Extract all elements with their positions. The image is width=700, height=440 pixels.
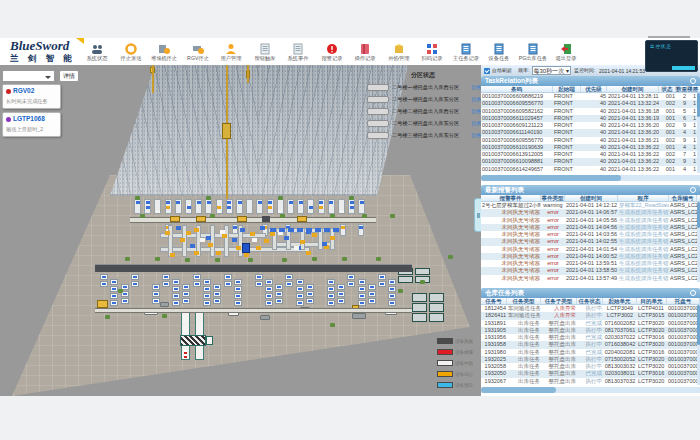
table-row[interactable]: 1931956出库任务整托盘出库已完成0203037022LCTP3016001…	[481, 334, 700, 341]
table-settings-icon[interactable]	[690, 290, 696, 296]
horizontal-scrollbar[interactable]	[481, 387, 700, 393]
table-row[interactable]: 1931958出库任务整托盘出库执行中0716038042LCTP3020001…	[481, 341, 700, 348]
table-row[interactable]: 1932050出库任务整托盘出库已完成0203038011LCTP3016001…	[481, 370, 700, 377]
device-filter-select[interactable]	[2, 70, 55, 82]
scene-object	[333, 228, 339, 232]
table-row[interactable]: 未回执无号堵塞error2021-04-01 13:59:51生成系统调库任务错…	[481, 260, 700, 267]
frequency-select[interactable]: 每30秒一次 ▾	[532, 66, 571, 75]
zone-toggle-button[interactable]	[367, 120, 389, 127]
table-row[interactable]: 未回执无号堵塞error2021-04-01 14:04:56生成系统调库任务错…	[481, 224, 700, 231]
zone-switch-link[interactable]: 切换	[471, 95, 481, 103]
scene-object	[184, 300, 188, 302]
panel-collapse-tab[interactable]	[474, 198, 481, 232]
scene-object	[152, 65, 154, 93]
table-row[interactable]: 未回执无号堵塞error2021-04-01 14:03:56生成系统调库任务错…	[481, 231, 700, 238]
scene-object	[277, 293, 281, 295]
horizontal-scrollbar[interactable]	[481, 175, 700, 181]
auto-refresh-checkbox[interactable]	[484, 68, 490, 74]
table-row[interactable]: 1931980出库任务整托盘出库已完成0204002081LCTP3016001…	[481, 349, 700, 356]
table-row[interactable]: 未回执无号堵塞error2021-04-01 14:06:57生成系统调库任务错…	[481, 209, 700, 216]
scene-object	[298, 288, 302, 290]
scene-object	[349, 196, 354, 200]
toolbar-item-stop-dispatch[interactable]: 停止派送	[114, 41, 148, 63]
table-row[interactable]: 00100370006611140190FRONT402021-04-01 13…	[481, 129, 700, 136]
scene-object	[102, 283, 106, 285]
toolbar-item-user-management[interactable]: 用户管理	[214, 41, 248, 63]
table-row[interactable]: 未回执无号堵塞error2021-04-01 14:05:56生成系统调库任务错…	[481, 217, 700, 224]
mini-window-handle[interactable]	[648, 36, 690, 38]
scene-object	[350, 206, 354, 209]
zone-switch-link[interactable]: 切换	[471, 107, 481, 115]
frequency-label: 频率:	[518, 67, 529, 73]
table-row[interactable]: 1931905出库任务整托盘出库执行中0817037061LCTP3020001…	[481, 327, 700, 334]
toolbar-item-button-trigger[interactable]: 按钮触发	[248, 41, 282, 63]
mini-window-button[interactable]	[672, 66, 695, 70]
toolbar-item-alarm-records[interactable]: 报警记录	[315, 41, 349, 63]
table-row[interactable]: 00100370006610098881FRONT402021-04-01 13…	[481, 158, 700, 165]
alert-card-lgtp1068[interactable]: LGTP1068输送上货超时_2	[2, 112, 61, 137]
table-row[interactable]: 00100370006609582162FRONT402021-04-01 13…	[481, 108, 700, 115]
toolbar-item-rgv-stop[interactable]: RGV停止	[181, 41, 215, 63]
scene-object	[329, 295, 333, 297]
scene-object	[429, 303, 444, 312]
device-tasks-icon	[493, 41, 505, 53]
device-status-legend: 设备离线设备故障设备空闲设备运行设备锁定	[437, 335, 481, 390]
scene-object	[349, 276, 353, 278]
warehouse-3d-viewport[interactable]: 设备离线设备故障设备空闲设备运行设备锁定 分区状态 二号楼一楼托盘出入库西分区切…	[0, 65, 481, 396]
zone-switch-link[interactable]: 切换	[471, 131, 481, 139]
scene-object	[282, 258, 287, 262]
table-row[interactable]: 1931891出库任务整托盘出库已完成0716002082LCTP3020001…	[481, 320, 700, 327]
table-row[interactable]: 未回执无号堵塞error2021-04-01 14:01:54生成系统调库任务错…	[481, 246, 700, 253]
table-row[interactable]: 00100370006611029457FRONT402021-04-01 13…	[481, 115, 700, 122]
scene-object	[154, 300, 158, 302]
toolbar-item-logout[interactable]: 退出登录	[549, 41, 583, 63]
table-row[interactable]: 1932058出库任务整托盘出库执行中0813003032LCTP3020001…	[481, 363, 700, 370]
toolbar-item-main-task-records[interactable]: 主任务记录	[449, 41, 483, 63]
zone-toggle-button[interactable]	[367, 132, 389, 139]
toolbar-item-system-events[interactable]: 系统事件	[281, 41, 315, 63]
scrollbar-thumb[interactable]	[481, 387, 556, 393]
toolbar-item-scan-records[interactable]: 扫码记录	[415, 41, 449, 63]
table-row[interactable]: 00100370006609556770FRONT402021-04-01 13…	[481, 100, 700, 107]
logo-text-cn: 兰 剑 智 能	[10, 53, 90, 63]
table-title: TaskRelation列表	[481, 76, 700, 86]
zone-toggle-button[interactable]	[367, 108, 389, 115]
scene-object	[236, 281, 240, 283]
table-row[interactable]: 1932067出库任务整托盘出库执行中0813037032LCTP3020001…	[481, 378, 700, 385]
zone-switch-link[interactable]: 切换	[471, 119, 481, 127]
main-conveyor-line	[95, 264, 412, 272]
monitor-time-label: 监控时间:	[574, 67, 595, 73]
toolbar-item-operation-records[interactable]: 操作记录	[348, 41, 382, 63]
table-row[interactable]: 未回执无号堵塞error2021-04-01 14:02:55生成系统调库任务错…	[481, 238, 700, 245]
table-settings-icon[interactable]	[690, 78, 696, 84]
zone-switch-link[interactable]: 切换	[471, 83, 481, 91]
alert-card-rgv02[interactable]: RGV02长时间未完成任务	[2, 84, 61, 109]
table-row[interactable]: 00100370006609121123FRONT402021-04-01 13…	[481, 122, 700, 129]
table-row[interactable]: 00100370006614249657FRONT402021-04-01 13…	[481, 166, 700, 173]
scene-object	[294, 246, 299, 250]
mini-status-window[interactable]: 监控状态	[645, 40, 698, 72]
table-row[interactable]: 1932025出库任务整托盘出库执行中0715002052LCTP3020001…	[481, 356, 700, 363]
zone-toggle-button[interactable]	[367, 84, 389, 91]
zone-toggle-button[interactable]	[367, 96, 389, 103]
scene-object	[277, 300, 281, 302]
toolbar-item-stacker-stop[interactable]: 堆垛机停止	[147, 41, 181, 63]
table-settings-icon[interactable]	[690, 187, 696, 193]
table-row[interactable]: 00100370006613912005FRONT402021-04-01 13…	[481, 151, 700, 158]
device-icon	[6, 117, 11, 122]
scrollbar-thumb[interactable]	[481, 175, 621, 181]
table-row[interactable]: 未回执无号堵塞error2021-04-01 14:00:52生成系统调库任务错…	[481, 253, 700, 260]
table-row[interactable]: 未回执无号堵塞error2021-04-01 13:58:50生成系统调库任务错…	[481, 267, 700, 274]
table-row[interactable]: 00100370006610190639FRONT402021-04-01 13…	[481, 144, 700, 151]
toolbar-item-pg-outbound-tasks[interactable]: PG出库任务	[516, 41, 550, 63]
table-row[interactable]: 未回执无号堵塞error2021-04-01 13:57:49生成系统调库任务错…	[481, 275, 700, 282]
toolbar-item-external-management[interactable]: 外协管理	[382, 41, 416, 63]
table-row[interactable]: 00100370006609556770FRONT402021-04-01 13…	[481, 137, 700, 144]
toolbar-item-device-tasks[interactable]: 设备任务	[482, 41, 516, 63]
table-row[interactable]: 1812454车间输送任务入库异常执行中LCTP3049LCTP40110010…	[481, 305, 700, 312]
table-row[interactable]: 2号七层穿梭车超过2小时未完成任务warning2021-04-01 14:12…	[481, 202, 700, 209]
table-row[interactable]: 00100370006609886219FRONT452021-04-01 13…	[481, 93, 700, 100]
detail-button[interactable]: 详情	[59, 70, 79, 82]
toolbar-item-system-status[interactable]: 系统状态	[80, 41, 114, 63]
table-row[interactable]: 1826411车间输送任务入库异常执行中LCTP3002LCTP30150010…	[481, 312, 700, 319]
